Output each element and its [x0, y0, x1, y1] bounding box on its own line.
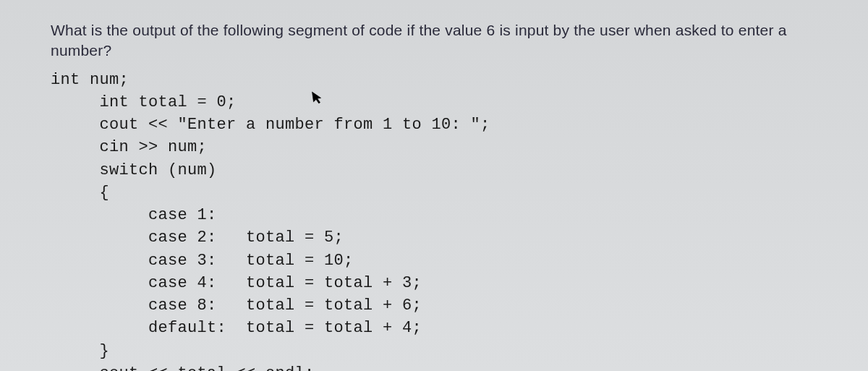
code-line-10: case 4: total = total + 3;	[51, 274, 422, 292]
code-line-3: cout << "Enter a number from 1 to 10: ";	[51, 116, 490, 134]
code-line-11: case 8: total = total + 6;	[51, 297, 422, 315]
code-line-9: case 3: total = 10;	[51, 252, 354, 270]
code-line-14: cout << total << endl;	[51, 364, 315, 371]
code-line-13: }	[51, 342, 109, 360]
code-line-12: default: total = total + 4;	[51, 319, 422, 337]
question-text: What is the output of the following segm…	[51, 20, 817, 61]
code-line-5: switch (num)	[51, 161, 217, 179]
code-line-1: int num;	[51, 71, 129, 89]
code-line-2: int total = 0;	[51, 93, 237, 111]
code-line-6: {	[51, 184, 109, 202]
code-block: int num; int total = 0; cout << "Enter a…	[51, 69, 817, 371]
code-line-4: cin >> num;	[51, 138, 207, 156]
code-line-8: case 2: total = 5;	[51, 229, 344, 247]
code-line-7: case 1:	[51, 206, 217, 224]
